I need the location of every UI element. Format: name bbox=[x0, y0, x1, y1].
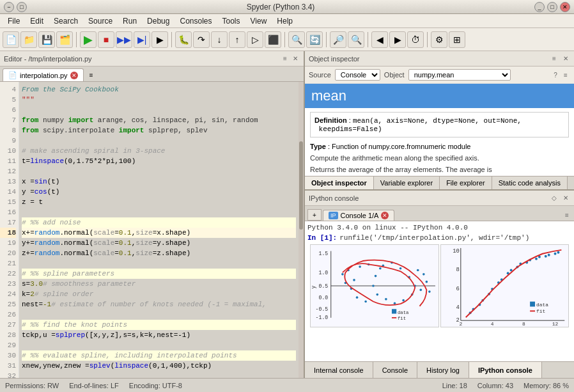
svg-text:y: y bbox=[311, 286, 316, 289]
prev-button[interactable]: ◀ bbox=[371, 31, 388, 48]
maximize-pane-button[interactable]: ⊞ bbox=[449, 31, 465, 48]
console-bottom-tabs: Internal console Console History log IPy… bbox=[305, 361, 574, 378]
obj-help-button[interactable]: ? bbox=[551, 70, 560, 79]
menu-debug[interactable]: Debug bbox=[142, 15, 175, 27]
obj-close-button[interactable]: ✕ bbox=[561, 54, 570, 63]
line-numbers: 4 5 6 ⚠7 8 9 10 11 12 13 14 15 16 17 18 … bbox=[0, 82, 19, 378]
obj-menu-button[interactable]: ≡ bbox=[561, 70, 570, 79]
code-line-26 bbox=[22, 310, 296, 320]
svg-text:4: 4 bbox=[490, 321, 493, 327]
new-file-button[interactable]: 📄 bbox=[3, 31, 19, 48]
menu-help[interactable]: Help bbox=[272, 15, 298, 27]
line-num-29: 29 bbox=[0, 340, 16, 350]
tab-variable-explorer[interactable]: Variable explorer bbox=[374, 176, 440, 189]
history-button[interactable]: ⏱ bbox=[407, 31, 424, 48]
minimize-button[interactable]: − bbox=[4, 2, 14, 12]
svg-point-33 bbox=[417, 269, 419, 272]
continue-button[interactable]: ▷ bbox=[247, 31, 263, 48]
console-close-button[interactable]: ✕ bbox=[561, 194, 570, 203]
line-num-16: 16 bbox=[0, 207, 16, 217]
maximize-button[interactable]: □ bbox=[17, 2, 27, 12]
console-prompt: In [1]: bbox=[307, 234, 337, 242]
title-bar-right-controls: _ □ ✕ bbox=[534, 2, 570, 12]
console-input-line: In [1]: runfile('/tmp/interpolation.py',… bbox=[307, 234, 571, 242]
console-tab-1[interactable]: IP Console 1/A ✕ bbox=[323, 210, 394, 221]
tab-file-explorer[interactable]: File explorer bbox=[440, 176, 492, 189]
code-line-30: # %% evaluate spline, including interpol… bbox=[22, 350, 296, 361]
find-replace-button[interactable]: 🔄 bbox=[306, 31, 323, 48]
code-line-25: nest=-1 # estimate of number of knots ne… bbox=[22, 299, 296, 310]
preferences-button[interactable]: ⚙ bbox=[431, 31, 447, 48]
object-inspector-header: Object inspector ≡ ✕ bbox=[305, 51, 574, 67]
window-close-button[interactable]: ✕ bbox=[560, 2, 570, 12]
tab-console[interactable]: Console bbox=[373, 362, 417, 378]
code-line-9 bbox=[22, 136, 296, 146]
editor-menu-button[interactable]: ≡ bbox=[86, 70, 97, 80]
tab-internal-console[interactable]: Internal console bbox=[305, 362, 373, 378]
save-all-button[interactable]: 🗂️ bbox=[56, 31, 73, 48]
menu-file[interactable]: File bbox=[3, 15, 25, 27]
save-button[interactable]: 💾 bbox=[38, 31, 55, 48]
code-line-31: xnew,ynew,znew = splev(linspace(0,1,400)… bbox=[22, 361, 296, 371]
editor-scroll-thumb[interactable] bbox=[299, 141, 303, 230]
menu-search[interactable]: Search bbox=[49, 15, 83, 27]
step-return-button[interactable]: ↑ bbox=[229, 31, 245, 48]
find-button[interactable]: 🔍 bbox=[288, 31, 305, 48]
editor-scrollbar[interactable] bbox=[299, 82, 304, 378]
tab-object-inspector[interactable]: Object inspector bbox=[305, 176, 374, 189]
fit-line-left bbox=[343, 260, 426, 306]
step-button[interactable]: ↷ bbox=[193, 31, 210, 48]
next-button[interactable]: ▶ bbox=[389, 31, 406, 48]
right-panel: Object inspector ≡ ✕ Source Console Obje… bbox=[305, 51, 574, 378]
svg-point-35 bbox=[428, 290, 431, 293]
menu-source[interactable]: Source bbox=[83, 15, 118, 27]
zoom-in-button[interactable]: 🔎 bbox=[330, 31, 346, 48]
run-cell-button[interactable]: ▶▶ bbox=[116, 31, 132, 48]
run-stop-button[interactable]: ■ bbox=[98, 31, 114, 48]
open-file-button[interactable]: 📁 bbox=[20, 31, 37, 48]
menu-consoles[interactable]: Consoles bbox=[175, 15, 217, 27]
run-advance-button[interactable]: ▶| bbox=[134, 31, 150, 48]
line-num-20: 20 bbox=[0, 248, 16, 258]
svg-point-18 bbox=[376, 294, 378, 296]
line-num-23: 23 bbox=[0, 279, 16, 289]
debug-button[interactable]: 🐛 bbox=[175, 31, 192, 48]
obj-title-bar: mean bbox=[305, 84, 574, 108]
source-select[interactable]: Console bbox=[335, 69, 380, 81]
svg-text:0.0: 0.0 bbox=[319, 295, 329, 301]
run-button[interactable]: ▶ bbox=[80, 31, 97, 48]
menu-view[interactable]: View bbox=[245, 15, 272, 27]
console-body[interactable]: Python 3.4.0 on linux -- IPython 4.0.0 I… bbox=[305, 221, 574, 361]
tab-history-log[interactable]: History log bbox=[417, 362, 469, 378]
line-num-10: 10 bbox=[0, 146, 16, 156]
code-line-24: k=2 # spline order bbox=[22, 289, 296, 299]
editor-options-button[interactable]: ≡ bbox=[281, 54, 290, 63]
console-tab-close[interactable]: ✕ bbox=[381, 212, 389, 219]
status-eol: End-of-lines: LF bbox=[69, 382, 119, 389]
window-minimize-button[interactable]: _ bbox=[534, 2, 545, 12]
run-selection-button[interactable]: ▶ bbox=[151, 31, 168, 48]
tab-static-code-analysis[interactable]: Static code analysis bbox=[492, 176, 568, 189]
obj-options-button[interactable]: ≡ bbox=[550, 54, 559, 63]
menu-run[interactable]: Run bbox=[118, 15, 142, 27]
code-line-23: s=3.0 # smoothness parameter bbox=[22, 279, 296, 289]
menu-tools[interactable]: Tools bbox=[217, 15, 245, 27]
editor-tab-interpolation[interactable]: 📄 interpolation.py ✕ bbox=[3, 68, 84, 81]
window-maximize-button[interactable]: □ bbox=[547, 2, 557, 12]
console-new-tab-button[interactable]: + bbox=[307, 209, 322, 221]
menu-edit[interactable]: Edit bbox=[25, 15, 49, 27]
object-select[interactable]: numpy.mean bbox=[408, 69, 511, 81]
editor-tab-close[interactable]: ✕ bbox=[70, 72, 78, 79]
step-into-button[interactable]: ↓ bbox=[211, 31, 228, 48]
editor-close-button[interactable]: ✕ bbox=[291, 54, 300, 63]
svg-point-55 bbox=[544, 255, 547, 258]
tab-ipython-console[interactable]: IPython console bbox=[469, 362, 542, 378]
toolbar-separator-3 bbox=[284, 32, 285, 47]
svg-point-22 bbox=[353, 279, 355, 281]
stop-debug-button[interactable]: ⬛ bbox=[265, 31, 281, 48]
code-area[interactable]: From the SciPy Cookbook """ from numpy i… bbox=[19, 82, 299, 378]
status-encoding: Encoding: UTF-8 bbox=[129, 382, 182, 389]
console-menu-button[interactable]: ≡ bbox=[562, 210, 571, 219]
zoom-out-button[interactable]: 🔍 bbox=[348, 31, 364, 48]
console-options-button[interactable]: ◇ bbox=[550, 194, 559, 203]
